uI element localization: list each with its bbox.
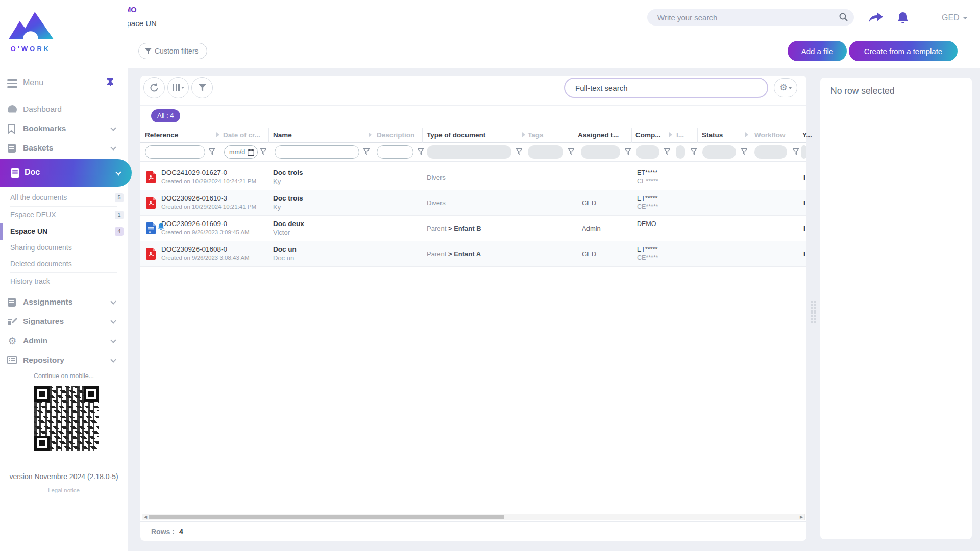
- no-row-selected-text: No row selected: [830, 86, 894, 96]
- filter-input-name[interactable]: [275, 145, 359, 159]
- sidebar-item-assignments[interactable]: Assignments: [0, 293, 128, 312]
- menu-label: Menu: [23, 78, 43, 87]
- filter-funnel-icon[interactable]: [363, 148, 370, 155]
- header-divider: [128, 34, 980, 34]
- filter-chip-all[interactable]: All : 4: [151, 109, 180, 122]
- pdf-file-icon: [146, 197, 156, 209]
- sidebar-subitem-all-documents[interactable]: All the documents 5: [0, 190, 128, 206]
- column-header-status[interactable]: Status: [702, 131, 723, 139]
- filter-funnel-icon[interactable]: [664, 148, 670, 155]
- document-company-2: CE*****: [637, 203, 658, 210]
- version-text: version Novembre 2024 (2.18.0-5): [0, 472, 128, 481]
- filter-input-tags[interactable]: [528, 145, 564, 159]
- filter-funnel-icon[interactable]: [625, 148, 631, 155]
- sidebar-item-repository[interactable]: Repository: [0, 351, 128, 370]
- column-header-assigned[interactable]: Assigned t...: [578, 131, 619, 139]
- filter-input-company[interactable]: [636, 145, 659, 159]
- filter-funnel-icon[interactable]: [418, 148, 424, 155]
- filter-input-reference[interactable]: [145, 145, 205, 159]
- filter-input-y[interactable]: [801, 145, 806, 159]
- expand-arrow-icon[interactable]: [216, 132, 219, 137]
- column-header-description[interactable]: Description: [377, 131, 414, 139]
- table-settings-button[interactable]: ⚙: [774, 78, 797, 97]
- documents-table-card: ⚙ All : 4 Reference Date of cr... Name D…: [140, 76, 806, 541]
- share-icon[interactable]: [868, 11, 884, 23]
- sidebar-subitem-espace-deux[interactable]: Espace DEUX 1: [0, 207, 128, 223]
- table-row[interactable]: w DOC230926-01609-0 Created on 9/26/2023…: [140, 216, 806, 241]
- document-type-prefix: Divers: [427, 199, 446, 207]
- custom-filters-button[interactable]: Custom filters: [138, 43, 207, 59]
- global-search: [647, 9, 854, 26]
- scrollbar-thumb[interactable]: [149, 515, 504, 519]
- sidebar-subitem-sharing-documents[interactable]: Sharing documents: [0, 240, 128, 256]
- column-header-i[interactable]: I...: [676, 131, 684, 139]
- refresh-button[interactable]: [143, 77, 165, 98]
- column-header-type[interactable]: Type of document: [427, 131, 485, 139]
- table-row[interactable]: DOC230926-01610-3 Created on 10/29/2024 …: [140, 190, 806, 216]
- column-header-date[interactable]: Date of cr...: [223, 131, 260, 139]
- expand-arrow-icon[interactable]: [745, 132, 748, 137]
- divider: [10, 272, 117, 273]
- panel-resize-handle[interactable]: [811, 301, 817, 321]
- filter-funnel-icon[interactable]: [741, 148, 747, 155]
- expand-arrow-icon[interactable]: [369, 132, 372, 137]
- create-from-template-button[interactable]: Create from a template: [849, 41, 958, 61]
- filter-funnel-icon[interactable]: [516, 148, 522, 155]
- sidebar-subitem-deleted-documents[interactable]: Deleted documents: [0, 256, 128, 272]
- dashboard-icon: [7, 105, 17, 115]
- search-icon[interactable]: [839, 13, 848, 21]
- filter-input-assigned[interactable]: [581, 145, 620, 159]
- user-menu-dropdown[interactable]: GED: [942, 13, 968, 22]
- pin-icon[interactable]: [106, 78, 114, 86]
- global-search-input[interactable]: [657, 9, 831, 26]
- filter-input-i[interactable]: [676, 145, 685, 159]
- hamburger-icon[interactable]: [7, 79, 17, 90]
- filter-input-workflow[interactable]: [754, 145, 787, 159]
- filter-funnel-icon[interactable]: [793, 148, 799, 155]
- fulltext-search-input[interactable]: [575, 79, 759, 97]
- scroll-right-arrow[interactable]: ▶: [798, 514, 804, 520]
- sidebar-item-doc[interactable]: Doc: [0, 159, 132, 187]
- expand-arrow-icon[interactable]: [669, 132, 672, 137]
- column-header-tags[interactable]: Tags: [528, 131, 544, 139]
- column-header-company[interactable]: Comp...: [635, 131, 661, 139]
- table-row[interactable]: DOC241029-01627-0 Created on 10/29/2024 …: [140, 165, 806, 190]
- filter-input-description[interactable]: [377, 145, 413, 159]
- sidebar-subitem-history-track[interactable]: History track: [0, 273, 128, 290]
- filter-funnel-icon[interactable]: [568, 148, 574, 155]
- filter-funnel-icon[interactable]: [260, 148, 266, 155]
- expand-arrow-icon[interactable]: [522, 132, 525, 137]
- filter-input-status[interactable]: [702, 145, 736, 159]
- sidebar-subitem-espace-un[interactable]: Espace UN 4: [0, 223, 128, 240]
- filter-button[interactable]: [191, 77, 213, 98]
- document-name: Doc trois: [273, 169, 303, 177]
- document-subtitle: Victor: [273, 229, 304, 236]
- chevron-down-icon: [110, 144, 116, 150]
- filter-input-date[interactable]: mm/d: [224, 145, 258, 159]
- sidebar-item-baskets[interactable]: Baskets: [0, 139, 128, 158]
- filter-funnel-icon[interactable]: [209, 148, 215, 155]
- filter-funnel-icon[interactable]: [691, 148, 697, 155]
- sidebar-item-signatures[interactable]: Signatures: [0, 312, 128, 332]
- document-type: > Enfant A: [448, 250, 481, 258]
- column-header-y[interactable]: Y...: [802, 131, 812, 139]
- sidebar-item-bookmarks[interactable]: Bookmarks: [0, 119, 128, 139]
- count-badge: 5: [115, 193, 124, 202]
- column-header-workflow[interactable]: Workflow: [754, 131, 786, 139]
- bell-icon[interactable]: [896, 11, 910, 24]
- column-header-name[interactable]: Name: [273, 131, 292, 139]
- filter-input-type[interactable]: [427, 145, 511, 159]
- sidebar-item-dashboard[interactable]: Dashboard: [0, 100, 128, 119]
- document-company-2: CE*****: [637, 178, 658, 185]
- table-row[interactable]: DOC230926-01608-0 Created on 9/26/2023 3…: [140, 241, 806, 267]
- horizontal-scrollbar[interactable]: ◀ ▶: [142, 514, 805, 520]
- legal-notice-link[interactable]: Legal notice: [0, 487, 128, 493]
- sidebar-menu-row: Menu: [0, 75, 128, 91]
- clipped-cell-text: I: [803, 173, 806, 181]
- scroll-left-arrow[interactable]: ◀: [142, 514, 149, 520]
- document-company-1: DEMO: [637, 220, 656, 228]
- column-header-reference[interactable]: Reference: [145, 131, 178, 139]
- sidebar-item-admin[interactable]: ⚙ Admin: [0, 332, 128, 351]
- columns-button[interactable]: [167, 77, 189, 98]
- add-file-button[interactable]: Add a file: [788, 41, 847, 61]
